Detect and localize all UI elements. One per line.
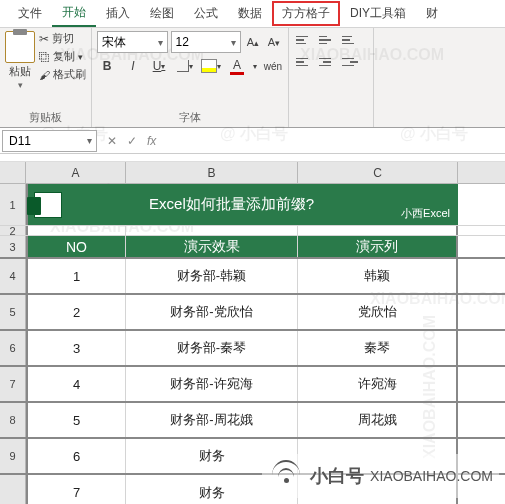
name-box[interactable]: D11: [2, 130, 97, 152]
enter-formula-icon[interactable]: ✓: [127, 134, 137, 148]
col-header-c[interactable]: C: [298, 162, 458, 183]
group-font: 宋体 12 A▴ A▾ B I U▾ ▾ ▾ A▾ wén 字体: [92, 28, 289, 127]
cell[interactable]: 党欣怡: [298, 295, 458, 329]
row-header[interactable]: 2: [0, 226, 26, 235]
cell[interactable]: 2: [26, 295, 126, 329]
italic-button[interactable]: I: [123, 56, 143, 76]
cell[interactable]: 财务部-秦琴: [126, 331, 298, 365]
align-left-button[interactable]: [294, 53, 314, 71]
cell[interactable]: 财务部-周花娥: [126, 403, 298, 437]
ribbon-tabs: 文件 开始 插入 绘图 公式 数据 方方格子 DIY工具箱 财: [0, 0, 505, 28]
fx-button[interactable]: fx: [147, 134, 156, 148]
copy-button[interactable]: ⿻复制▾: [39, 49, 86, 64]
cell[interactable]: 7: [26, 475, 126, 504]
cell[interactable]: 财务部-韩颖: [126, 259, 298, 293]
tab-extra[interactable]: 财: [416, 1, 448, 26]
group-label-font: 字体: [97, 107, 283, 125]
brush-icon: 🖌: [39, 69, 50, 81]
paste-icon[interactable]: [5, 31, 35, 63]
hdr-col[interactable]: 演示列: [298, 236, 458, 257]
cell[interactable]: 许宛海: [298, 367, 458, 401]
tab-insert[interactable]: 插入: [96, 1, 140, 26]
increase-font-button[interactable]: A▴: [244, 32, 262, 52]
cell[interactable]: 周花娥: [298, 403, 458, 437]
row-header[interactable]: 7: [0, 367, 26, 401]
format-painter-button[interactable]: 🖌格式刷: [39, 67, 86, 82]
tab-home[interactable]: 开始: [52, 0, 96, 27]
tab-file[interactable]: 文件: [8, 1, 52, 26]
hdr-no[interactable]: NO: [26, 236, 126, 257]
cell[interactable]: 韩颖: [298, 259, 458, 293]
cell[interactable]: 1: [26, 259, 126, 293]
font-color-button[interactable]: A: [227, 56, 247, 76]
row-header[interactable]: 9: [0, 439, 26, 473]
row-header[interactable]: 1: [0, 184, 26, 225]
align-top-button[interactable]: [294, 31, 314, 49]
row-header[interactable]: 5: [0, 295, 26, 329]
align-center-button[interactable]: [317, 53, 337, 71]
cut-label: 剪切: [52, 31, 74, 46]
cancel-formula-icon[interactable]: ✕: [107, 134, 117, 148]
underline-button[interactable]: U▾: [149, 56, 169, 76]
banner-cell[interactable]: Excel如何批量添加前缀? 小西Excel: [26, 184, 458, 225]
font-name-select[interactable]: 宋体: [97, 31, 168, 53]
hdr-effect[interactable]: 演示效果: [126, 236, 298, 257]
row-header[interactable]: 6: [0, 331, 26, 365]
cell[interactable]: 财务部-党欣怡: [126, 295, 298, 329]
cell[interactable]: 4: [26, 367, 126, 401]
excel-icon: [34, 192, 62, 218]
tab-draw[interactable]: 绘图: [140, 1, 184, 26]
formula-bar: D11 ✕ ✓ fx: [0, 128, 505, 154]
font-size-select[interactable]: 12: [171, 31, 242, 53]
ribbon: 粘贴 ▾ ✂剪切 ⿻复制▾ 🖌格式刷 剪贴板 宋体 12 A▴ A▾ B I U…: [0, 28, 505, 128]
brand-url: XIAOBAIHAO.COM: [370, 468, 493, 484]
row-header[interactable]: [0, 475, 26, 504]
col-header-a[interactable]: A: [26, 162, 126, 183]
format-label: 格式刷: [53, 67, 86, 82]
select-all-corner[interactable]: [0, 162, 26, 183]
tab-formula[interactable]: 公式: [184, 1, 228, 26]
banner-author: 小西Excel: [401, 206, 450, 221]
tab-data[interactable]: 数据: [228, 1, 272, 26]
banner-title: Excel如何批量添加前缀?: [62, 195, 401, 214]
cell[interactable]: 6: [26, 439, 126, 473]
row-header[interactable]: 4: [0, 259, 26, 293]
copy-label: 复制: [53, 49, 75, 64]
copy-icon: ⿻: [39, 51, 50, 63]
brand-name: 小白号: [310, 464, 364, 488]
align-middle-button[interactable]: [317, 31, 337, 49]
align-bottom-button[interactable]: [340, 31, 360, 49]
cell[interactable]: 3: [26, 331, 126, 365]
wifi-icon: [268, 458, 304, 494]
border-button[interactable]: ▾: [175, 56, 195, 76]
cell[interactable]: 5: [26, 403, 126, 437]
phonetic-button[interactable]: wén: [263, 56, 283, 76]
decrease-font-button[interactable]: A▾: [265, 32, 283, 52]
tab-diy[interactable]: DIY工具箱: [340, 1, 416, 26]
align-right-button[interactable]: [340, 53, 360, 71]
tab-fangfang[interactable]: 方方格子: [272, 1, 340, 26]
cut-button[interactable]: ✂剪切: [39, 31, 86, 46]
scissors-icon: ✂: [39, 32, 49, 46]
col-header-b[interactable]: B: [126, 162, 298, 183]
row-header[interactable]: 3: [0, 236, 26, 257]
cell[interactable]: 财务部-许宛海: [126, 367, 298, 401]
row-header[interactable]: 8: [0, 403, 26, 437]
fill-color-button[interactable]: ▾: [201, 56, 221, 76]
group-label-clipboard: 剪贴板: [5, 107, 86, 125]
bold-button[interactable]: B: [97, 56, 117, 76]
paste-button[interactable]: 粘贴: [9, 64, 31, 79]
group-clipboard: 粘贴 ▾ ✂剪切 ⿻复制▾ 🖌格式刷 剪贴板: [0, 28, 92, 127]
cell[interactable]: 秦琴: [298, 331, 458, 365]
group-align: [289, 28, 374, 127]
watermark-logo: 小白号 XIAOBAIHAO.COM: [262, 454, 499, 498]
column-headers: A B C: [0, 162, 505, 184]
